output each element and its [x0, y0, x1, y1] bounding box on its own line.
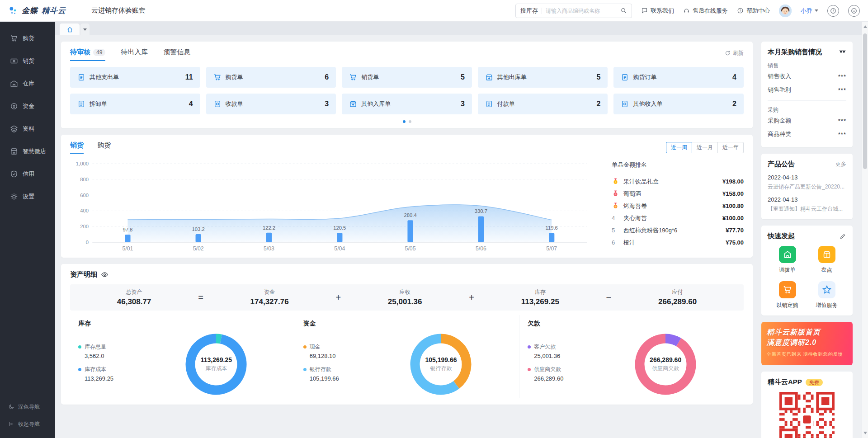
range-week-button[interactable]: 近一周 [666, 142, 692, 153]
quick-action-value-services[interactable]: 增值服务 [807, 281, 846, 309]
rank-number: 4 [612, 215, 622, 221]
app-logo[interactable]: 金蝶 精斗云 [8, 5, 66, 16]
svg-text:1,000: 1,000 [76, 161, 89, 166]
svg-text:800: 800 [80, 177, 89, 182]
stat-purchase-order[interactable]: 购货单6 [206, 67, 336, 88]
stat-other-inbound[interactable]: 其他入库单3 [342, 94, 472, 114]
sales-chart-area: 02004006008001,00097.8103.2122.2120.5280… [70, 155, 599, 254]
svg-text:280.4: 280.4 [404, 212, 416, 218]
scroll-down-arrow[interactable] [863, 432, 867, 434]
stat-disassembly[interactable]: 拆卸单4 [70, 94, 200, 114]
payable-amount: 应付266,289.60 [658, 288, 697, 306]
quick-action-sell-to-order[interactable]: 以销定购 [768, 281, 807, 309]
tab-dropdown-button[interactable] [80, 24, 90, 35]
sidebar-label: 资金 [23, 102, 34, 110]
assets-title: 资产明细 [70, 270, 97, 279]
sales-trend-chart: 02004006008001,00097.8103.2122.2120.5280… [70, 155, 599, 254]
scroll-up-arrow[interactable] [863, 25, 867, 28]
sidebar-label: 设置 [23, 193, 34, 201]
history-icon[interactable] [827, 5, 839, 17]
after-sales-service-link[interactable]: 售后在线服务 [683, 7, 728, 15]
ranking-row[interactable]: 6 橙汁 ¥75.00 [612, 236, 744, 249]
quick-action-stocktake[interactable]: 盘点 [807, 246, 846, 274]
ranking-row[interactable]: 烤海苔卷 ¥100.80 [612, 200, 744, 212]
sidebar-item-smart-store[interactable]: 智慧微店 [0, 140, 55, 163]
vertical-scrollbar[interactable] [862, 22, 868, 438]
gold-medal-icon [612, 177, 622, 186]
doc-icon [485, 100, 493, 108]
tab-purchase[interactable]: 购货 [97, 141, 111, 154]
ranking-row[interactable]: 5 西红柿意粉酱190g*6 ¥77.70 [612, 224, 744, 236]
quick-actions-grid: 调拨单 盘点 以销定购 增值服务 [768, 246, 846, 309]
edit-pencil-icon[interactable] [840, 233, 846, 240]
collapse-nav-button[interactable]: 收起导航 [0, 415, 55, 433]
debts-donut-chart: 266,289.60供应商欠款 [632, 330, 699, 398]
tab-home[interactable] [60, 24, 80, 35]
carousel-dot-1[interactable] [403, 120, 406, 123]
search-input[interactable] [546, 8, 617, 14]
sidebar-item-data[interactable]: 资料 [0, 118, 55, 140]
sidebar-item-settings[interactable]: 设置 [0, 185, 55, 208]
legend-dot [528, 368, 531, 371]
sidebar-label: 仓库 [23, 80, 34, 88]
stat-purchase-request[interactable]: 购货订单4 [613, 67, 744, 88]
toggle-visibility-eye-icon[interactable] [101, 271, 108, 278]
survey-banner[interactable]: 精斗云新版首页 满意度调研2.0 全新首页已到来 期待收到您的反馈 [761, 322, 853, 365]
dark-nav-label: 深色导航 [18, 403, 40, 411]
legend-dot [78, 368, 81, 371]
sidebar-item-sales[interactable]: 销货 [0, 50, 55, 72]
carousel-dot-2[interactable] [409, 120, 411, 123]
stat-other-outbound[interactable]: 其他出库单5 [478, 67, 608, 88]
tab-sales[interactable]: 销货 [70, 141, 84, 154]
avatar[interactable] [779, 5, 792, 17]
tab-warning-info[interactable]: 预警信息 [163, 48, 190, 61]
more-link[interactable]: 更多 [835, 160, 846, 168]
ranking-row[interactable]: 4 夹心海苔 ¥100.00 [612, 212, 744, 224]
svg-text:?: ? [740, 9, 741, 12]
range-year-button[interactable]: 近一年 [718, 142, 744, 153]
sidebar-label: 智慧微店 [23, 147, 46, 155]
cart-icon [10, 34, 18, 42]
funds-amount: 资金174,327.76 [250, 288, 289, 306]
sidebar-item-warehouse[interactable]: 仓库 [0, 72, 55, 95]
inventory-donut-chart: 113,269.25库存成本 [182, 330, 250, 398]
sidebar-item-funds[interactable]: 资金 [0, 95, 55, 118]
ranking-row[interactable]: 果汁饮品礼盒 ¥198.00 [612, 175, 744, 188]
sidebar-footer: 深色导航 收起导航 [0, 398, 55, 438]
assets-detail-card: 资产明细 总资产46,308.77 = 资金174,327.76 + 应收25,… [61, 264, 753, 405]
sidebar-item-credit[interactable]: 信用 [0, 163, 55, 185]
ranking-row[interactable]: 葡萄酒 ¥158.00 [612, 188, 744, 200]
search-icon[interactable] [620, 7, 627, 14]
sidebar-item-purchase[interactable]: 购货 [0, 27, 55, 50]
tab-pending-inout[interactable]: 待出入库 [121, 48, 148, 61]
chat-bubble-icon [641, 7, 648, 14]
smiley-feedback-icon[interactable] [848, 5, 860, 17]
transfer-house-icon [779, 246, 796, 263]
quick-action-transfer[interactable]: 调拨单 [768, 246, 807, 274]
app-download-card: 精斗云APP免费 [761, 372, 853, 438]
sidebar-label: 资料 [23, 125, 34, 133]
user-name: 小乔 [801, 7, 812, 15]
help-center-link[interactable]: ? 帮助中心 [737, 7, 770, 15]
announcement-item[interactable]: 2022-04-13 【重要通知】精斗云工作台城... [768, 196, 846, 213]
announcement-item[interactable]: 2022-04-13 云进销存产品更新公告_20220... [768, 174, 846, 191]
sales-trend-header: 销货 购货 近一周 近一月 近一年 [70, 141, 744, 154]
search-scope-label[interactable]: 搜库存 [520, 7, 538, 15]
rank-number: 5 [612, 227, 622, 234]
contact-us-link[interactable]: 联系我们 [641, 7, 674, 15]
dark-nav-toggle[interactable]: 深色导航 [0, 398, 55, 415]
privacy-glasses-icon[interactable] [839, 48, 846, 56]
stat-other-expense[interactable]: 其他支出单11 [70, 67, 200, 88]
inventory-donut-section: 库存 库存总量3,562.0 库存成本113,269.25 113,269.25… [70, 315, 295, 398]
stat-payment[interactable]: 付款单2 [478, 94, 608, 114]
tab-pending-approval[interactable]: 待审核49 [70, 48, 105, 61]
stat-sales-order[interactable]: 销货单5 [342, 67, 472, 88]
help-center-label: 帮助中心 [746, 7, 770, 15]
inventory-searchbox[interactable]: 搜库存 [515, 4, 632, 18]
refresh-button[interactable]: 刷新 [725, 49, 744, 57]
scrollbar-thumb[interactable] [863, 33, 867, 169]
stat-other-income[interactable]: 其他收入单2 [613, 94, 744, 114]
range-month-button[interactable]: 近一月 [692, 142, 718, 153]
stat-receipt[interactable]: 收款单3 [206, 94, 336, 114]
user-menu[interactable]: 小乔 [801, 7, 818, 15]
